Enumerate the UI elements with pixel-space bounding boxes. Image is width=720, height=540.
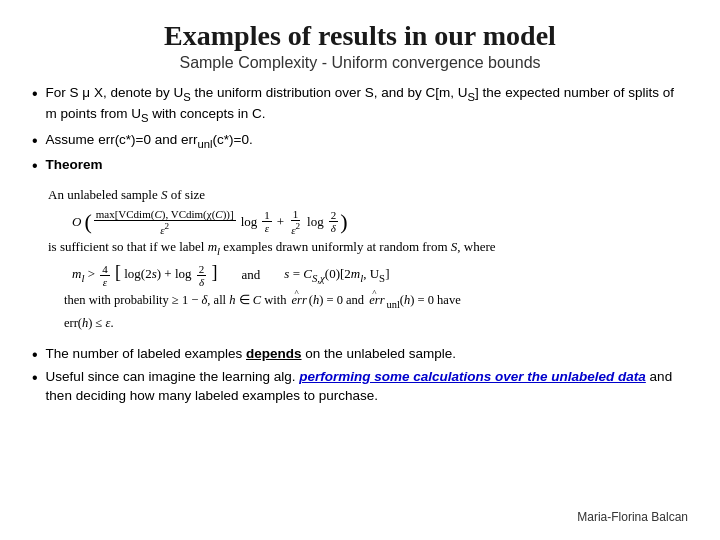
ml-fraction-2: 2 δ	[197, 263, 207, 288]
o-symbol: O	[72, 214, 81, 230]
close-paren-big: )	[340, 209, 347, 235]
open-paren-big: (	[84, 209, 91, 235]
bullet-text-2: Assume err(c*)=0 and errunl(c*)=0.	[46, 131, 253, 152]
formula-fraction-2: 1 ε	[262, 209, 272, 234]
bullet-icon-1: •	[32, 85, 38, 103]
frac1-denominator: ε2	[158, 221, 171, 236]
frac1-numerator: max[VCdim(C), VCdim(χ(C))]	[94, 208, 236, 221]
ml-s-formulas: ml > 4 ε [ log(2s) + log 2 δ ] and	[72, 262, 688, 288]
conclusion-bullet-1: • The number of labeled examples depends…	[32, 345, 688, 364]
main-formula: O ( max[VCdim(C), VCdim(χ(C))] ε2 log 1 …	[72, 208, 688, 236]
sufficient-text: is sufficient so that if we label ml exa…	[48, 237, 688, 259]
conc-bullet-text-2: Useful since can imagine the learning al…	[46, 368, 688, 406]
and-connector: and	[242, 267, 261, 283]
bullet-item-2: • Assume err(c*)=0 and errunl(c*)=0.	[32, 131, 688, 152]
conc-bullet-icon-2: •	[32, 369, 38, 387]
err-unl-hat: ^ err	[369, 291, 384, 310]
bullet-icon-2: •	[32, 132, 38, 150]
formula-fraction-1: max[VCdim(C), VCdim(χ(C))] ε2	[94, 208, 236, 236]
log1-text: log	[241, 214, 258, 230]
s-formula: s = CS,χ(0)[2ml, US]	[284, 266, 389, 284]
frac3-num: 1	[291, 208, 301, 221]
log2-text: log	[307, 214, 324, 230]
bullet-text-1: For S μ X, denote by US the uniform dist…	[46, 84, 688, 127]
ml-bracket-close: ]	[212, 262, 218, 282]
ml-bracket-open: [	[115, 262, 121, 282]
frac3-den: ε2	[289, 221, 302, 236]
bullet-item-1: • For S μ X, denote by US the uniform di…	[32, 84, 688, 127]
bullet-item-3: • Theorem	[32, 156, 688, 175]
highlight-phrase: performing some calculations over the un…	[299, 369, 646, 384]
plus-sign: +	[277, 214, 284, 230]
depends-text: depends	[246, 346, 302, 361]
bullet-icon-3: •	[32, 157, 38, 175]
frac4-den: δ	[329, 222, 338, 234]
theorem-body: An unlabeled sample S of size O ( max[VC…	[48, 185, 688, 334]
conclusion-bullet-2: • Useful since can imagine the learning …	[32, 368, 688, 406]
theorem-intro-text: An unlabeled sample S of size	[48, 185, 688, 205]
frac4-num: 2	[329, 209, 339, 222]
ml-formula: ml > 4 ε [ log(2s) + log 2 δ ]	[72, 262, 218, 288]
theorem-intro: An unlabeled sample S of size	[48, 185, 205, 205]
frac2-den: ε	[263, 222, 271, 234]
ml-fraction: 4 ε	[100, 263, 110, 288]
err-hat: ^ err	[292, 291, 307, 310]
slide-subtitle: Sample Complexity - Uniform convergence …	[32, 54, 688, 72]
slide-title: Examples of results in our model	[32, 20, 688, 52]
frac2-num: 1	[262, 209, 272, 222]
conc-bullet-text-1: The number of labeled examples depends o…	[46, 345, 457, 364]
slide-container: Examples of results in our model Sample …	[0, 0, 720, 540]
probability-line: then with probability ≥ 1 − δ, all h ∈ C…	[64, 291, 688, 312]
err-conclusion: err(h) ≤ ε.	[64, 314, 688, 333]
footer-credit: Maria-Florina Balcan	[32, 506, 688, 524]
content-area: • For S μ X, denote by US the uniform di…	[32, 84, 688, 506]
formula-fraction-4: 2 δ	[329, 209, 339, 234]
formula-fraction-3: 1 ε2	[289, 208, 302, 236]
bullet-text-3: Theorem	[46, 156, 103, 175]
conc-bullet-icon-1: •	[32, 346, 38, 364]
